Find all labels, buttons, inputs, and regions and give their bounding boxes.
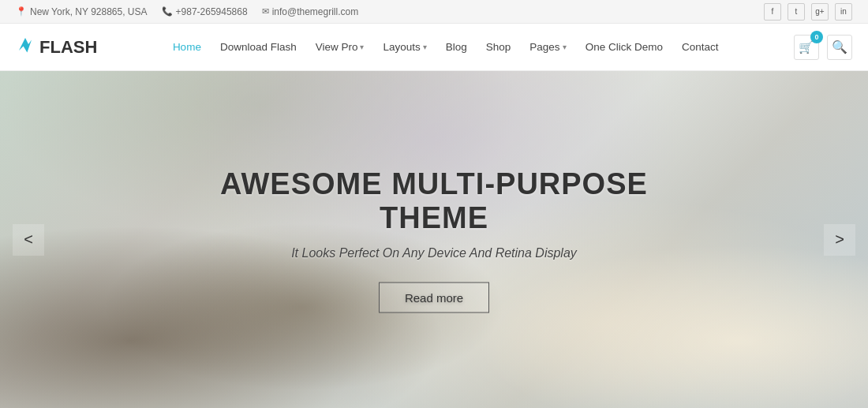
linkedin-icon[interactable]: in (835, 3, 852, 21)
social-links: f t g+ in (764, 3, 852, 21)
nav-link-contact[interactable]: Contact (674, 36, 727, 58)
nav-item-shop: Shop (478, 36, 519, 58)
nav-item-pages: Pages ▾ (522, 36, 574, 58)
chevron-left-icon: < (24, 230, 33, 249)
pages-arrow-icon: ▾ (563, 43, 567, 51)
nav-link-shop[interactable]: Shop (478, 36, 519, 58)
hero-content: AWESOME MULTI-PURPOSE THEME It Looks Per… (217, 167, 651, 313)
search-button[interactable]: 🔍 (827, 35, 852, 60)
location-info: New York, NY 928865, USA (16, 6, 148, 17)
twitter-icon[interactable]: t (788, 3, 805, 21)
layouts-arrow-icon: ▾ (423, 43, 427, 51)
nav-item-layouts: Layouts ▾ (375, 36, 434, 58)
nav-item-home: Home (165, 36, 209, 58)
nav-link-blog[interactable]: Blog (438, 36, 475, 58)
nav-item-oneclickdemo: One Click Demo (578, 36, 671, 58)
nav-menu: Home Download Flash View Pro ▾ Layouts ▾… (165, 36, 727, 58)
nav-item-download: Download Flash (212, 36, 305, 58)
nav-actions: 🛒 0 🔍 (794, 35, 852, 60)
phone-text: +987-265945868 (176, 6, 248, 17)
hero-cta-button[interactable]: Read more (379, 282, 489, 313)
google-plus-icon[interactable]: g+ (811, 3, 829, 21)
location-text: New York, NY 928865, USA (30, 6, 148, 17)
main-navbar: FLASH Home Download Flash View Pro ▾ Lay… (0, 24, 868, 71)
nav-link-one-click-demo[interactable]: One Click Demo (578, 36, 671, 58)
top-bar-contacts: New York, NY 928865, USA +987-265945868 … (16, 6, 358, 17)
nav-link-pages[interactable]: Pages ▾ (522, 36, 574, 58)
nav-link-home[interactable]: Home (165, 36, 209, 58)
nav-item-blog: Blog (438, 36, 475, 58)
chevron-right-icon: > (835, 230, 844, 249)
hero-subtitle: It Looks Perfect On Any Device And Retin… (217, 245, 651, 260)
nav-link-download-flash[interactable]: Download Flash (212, 36, 305, 58)
cart-badge: 0 (810, 31, 823, 43)
email-icon (262, 6, 269, 17)
logo-bird-icon (16, 35, 35, 59)
top-bar: New York, NY 928865, USA +987-265945868 … (0, 0, 868, 24)
hero-slider: AWESOME MULTI-PURPOSE THEME It Looks Per… (0, 71, 868, 408)
logo-text: FLASH (39, 37, 97, 58)
facebook-icon[interactable]: f (764, 3, 781, 21)
phone-icon (162, 6, 173, 17)
email-text: info@themegrill.com (272, 6, 359, 17)
view-pro-arrow-icon: ▾ (360, 43, 364, 51)
site-logo[interactable]: FLASH (16, 35, 97, 59)
location-icon (16, 6, 27, 17)
email-info: info@themegrill.com (262, 6, 359, 17)
slider-next-button[interactable]: > (824, 224, 855, 256)
cart-button[interactable]: 🛒 0 (794, 35, 819, 60)
phone-info: +987-265945868 (162, 6, 248, 17)
hero-title: AWESOME MULTI-PURPOSE THEME (217, 167, 651, 234)
nav-item-contact: Contact (674, 36, 727, 58)
nav-link-layouts[interactable]: Layouts ▾ (375, 36, 434, 58)
nav-item-viewpro: View Pro ▾ (308, 36, 372, 58)
slider-prev-button[interactable]: < (13, 224, 44, 256)
nav-link-view-pro[interactable]: View Pro ▾ (308, 36, 372, 58)
